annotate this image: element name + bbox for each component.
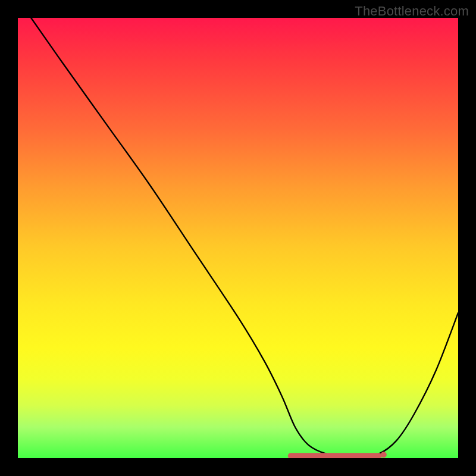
plot-area [18, 18, 458, 458]
optimal-band-end-dot [381, 452, 387, 458]
chart-container: TheBottleneck.com [0, 0, 476, 476]
curve-line [31, 18, 458, 456]
chart-svg [18, 18, 458, 458]
watermark-text: TheBottleneck.com [355, 4, 469, 19]
